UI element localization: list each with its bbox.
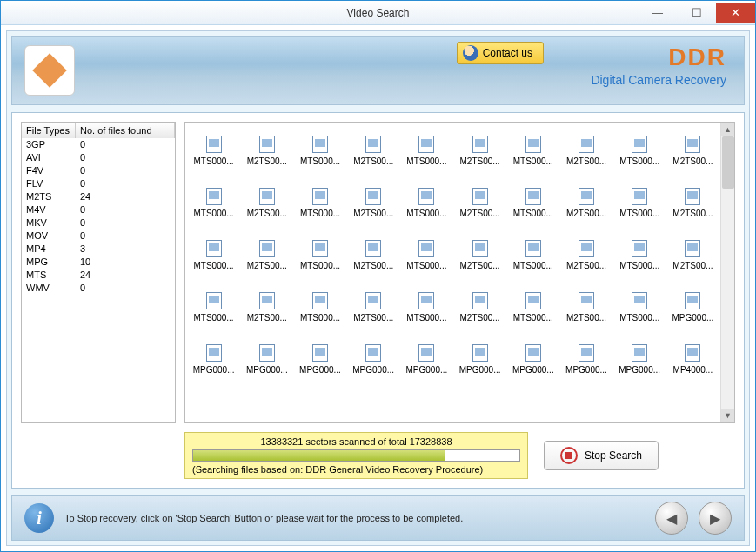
file-type-row[interactable]: M4V0 bbox=[22, 203, 175, 216]
next-button[interactable]: ▶ bbox=[699, 502, 732, 535]
video-file-icon bbox=[259, 240, 275, 257]
video-file-icon bbox=[472, 188, 488, 205]
file-item[interactable]: M2TS00... bbox=[453, 281, 506, 333]
file-item[interactable]: MPG000... bbox=[400, 333, 453, 385]
file-item[interactable]: MTS000... bbox=[400, 229, 453, 281]
video-file-icon bbox=[525, 136, 541, 153]
file-item[interactable]: MTS000... bbox=[293, 124, 346, 176]
file-item[interactable]: MPG000... bbox=[240, 333, 293, 385]
scroll-up-icon[interactable]: ▲ bbox=[721, 123, 734, 136]
file-type-row[interactable]: M2TS24 bbox=[22, 190, 175, 203]
file-item[interactable]: MTS000... bbox=[613, 124, 666, 176]
file-item[interactable]: MTS000... bbox=[613, 281, 666, 333]
file-item[interactable]: M2TS00... bbox=[240, 281, 293, 333]
file-item[interactable]: M2TS00... bbox=[240, 229, 293, 281]
file-item[interactable]: M2TS00... bbox=[347, 281, 400, 333]
file-label: MPG000... bbox=[352, 365, 394, 375]
file-item[interactable]: MPG000... bbox=[666, 281, 719, 333]
file-label: M2TS00... bbox=[566, 261, 606, 270]
file-item[interactable]: MTS000... bbox=[187, 124, 240, 176]
file-item[interactable]: M2TS00... bbox=[666, 124, 719, 176]
file-item[interactable]: MTS000... bbox=[506, 281, 559, 333]
contact-us-button[interactable]: Contact us bbox=[457, 42, 544, 64]
file-item[interactable]: MTS000... bbox=[293, 229, 346, 281]
file-item[interactable]: MTS000... bbox=[613, 229, 666, 281]
file-type-count: 0 bbox=[76, 282, 175, 295]
file-type-row[interactable]: MTS24 bbox=[22, 269, 175, 282]
video-file-icon bbox=[472, 240, 488, 257]
file-item[interactable]: MTS000... bbox=[506, 176, 559, 229]
file-label: MTS000... bbox=[406, 209, 446, 218]
file-type-row[interactable]: MP43 bbox=[22, 243, 175, 256]
file-item[interactable]: MPG000... bbox=[506, 333, 559, 385]
file-label: M2TS00... bbox=[672, 156, 713, 166]
file-item[interactable]: MTS000... bbox=[293, 176, 346, 229]
file-item[interactable]: MPG000... bbox=[453, 333, 506, 385]
file-label: M2TS00... bbox=[460, 209, 500, 218]
file-grid-inner[interactable]: MTS000...M2TS00...MTS000...M2TS00...MTS0… bbox=[187, 124, 719, 421]
file-item[interactable]: M2TS00... bbox=[240, 176, 293, 229]
file-type-row[interactable]: WMV0 bbox=[22, 282, 175, 295]
file-item[interactable]: M2TS00... bbox=[347, 176, 400, 229]
file-type-name: M2TS bbox=[22, 190, 76, 203]
file-type-row[interactable]: F4V0 bbox=[22, 164, 175, 177]
file-item[interactable]: MTS000... bbox=[400, 176, 453, 229]
file-item[interactable]: MPG000... bbox=[559, 333, 612, 385]
file-item[interactable]: MTS000... bbox=[187, 176, 240, 229]
file-item[interactable]: MTS000... bbox=[293, 281, 346, 333]
maximize-button[interactable]: ☐ bbox=[677, 3, 716, 23]
file-item[interactable]: M2TS00... bbox=[559, 281, 612, 333]
file-type-row[interactable]: 3GP0 bbox=[22, 138, 175, 151]
file-item[interactable]: M2TS00... bbox=[559, 124, 612, 176]
file-item[interactable]: M2TS00... bbox=[453, 176, 506, 229]
file-type-row[interactable]: AVI0 bbox=[22, 151, 175, 164]
procedure-text: (Searching files based on: DDR General V… bbox=[192, 464, 520, 475]
stop-icon bbox=[560, 447, 578, 464]
file-item[interactable]: M2TS00... bbox=[666, 176, 719, 229]
file-item[interactable]: MTS000... bbox=[400, 281, 453, 333]
col-files-found[interactable]: No. of files found bbox=[76, 123, 175, 138]
file-type-row[interactable]: MKV0 bbox=[22, 216, 175, 229]
file-type-count: 10 bbox=[76, 256, 175, 269]
video-file-icon bbox=[259, 292, 275, 309]
file-grid: MTS000...M2TS00...MTS000...M2TS00...MTS0… bbox=[184, 122, 735, 423]
file-type-row[interactable]: MPG10 bbox=[22, 256, 175, 269]
file-type-row[interactable]: MOV0 bbox=[22, 229, 175, 243]
file-item[interactable]: MTS000... bbox=[506, 124, 559, 176]
file-item[interactable]: M2TS00... bbox=[559, 229, 612, 281]
scroll-thumb[interactable] bbox=[722, 136, 734, 189]
file-type-row[interactable]: FLV0 bbox=[22, 177, 175, 190]
file-item[interactable]: M2TS00... bbox=[666, 229, 719, 281]
file-item[interactable]: M2TS00... bbox=[347, 124, 400, 176]
video-file-icon bbox=[472, 136, 488, 153]
file-item[interactable]: M2TS00... bbox=[240, 124, 293, 176]
file-item[interactable]: MTS000... bbox=[506, 229, 559, 281]
file-item[interactable]: MTS000... bbox=[187, 281, 240, 333]
file-item[interactable]: MTS000... bbox=[613, 176, 666, 229]
file-item[interactable]: MPG000... bbox=[613, 333, 666, 385]
file-item[interactable]: M2TS00... bbox=[453, 229, 506, 281]
file-item[interactable]: MPG000... bbox=[187, 333, 240, 385]
video-file-icon bbox=[418, 292, 434, 309]
file-type-name: MOV bbox=[22, 229, 76, 243]
file-label: M2TS00... bbox=[353, 261, 393, 270]
close-button[interactable]: ✕ bbox=[716, 3, 755, 23]
file-item[interactable]: M2TS00... bbox=[559, 176, 612, 229]
file-item[interactable]: MTS000... bbox=[400, 124, 453, 176]
vertical-scrollbar[interactable]: ▲ ▼ bbox=[720, 123, 734, 422]
video-file-icon bbox=[418, 240, 434, 257]
scroll-down-icon[interactable]: ▼ bbox=[721, 409, 734, 422]
file-item[interactable]: M2TS00... bbox=[453, 124, 506, 176]
stop-search-button[interactable]: Stop Search bbox=[544, 441, 659, 470]
file-type-count: 0 bbox=[76, 151, 175, 164]
minimize-button[interactable]: — bbox=[638, 3, 677, 23]
file-item[interactable]: MPG000... bbox=[347, 333, 400, 385]
file-type-count: 0 bbox=[76, 177, 175, 190]
columns: File Types No. of files found 3GP0AVI0F4… bbox=[21, 122, 735, 423]
file-item[interactable]: MTS000... bbox=[187, 229, 240, 281]
file-item[interactable]: MP4000... bbox=[666, 333, 719, 385]
col-file-types[interactable]: File Types bbox=[22, 123, 76, 138]
file-item[interactable]: M2TS00... bbox=[347, 229, 400, 281]
prev-button[interactable]: ◀ bbox=[655, 502, 688, 535]
file-item[interactable]: MPG000... bbox=[293, 333, 346, 385]
